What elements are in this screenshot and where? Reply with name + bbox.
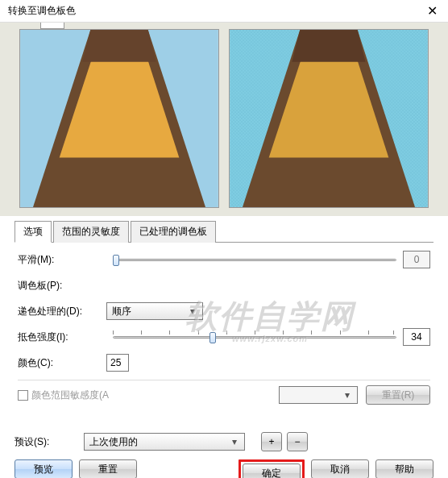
preview-area (0, 23, 448, 216)
window-title: 转换至调色板色 (8, 4, 76, 18)
close-icon[interactable]: ✕ (422, 3, 442, 19)
row-preset: 预设(S): 上次使用的 ▾ + − (15, 432, 433, 451)
row-range-sensitivity: 颜色范围敏感度(A ▾ 重置(R) (18, 385, 430, 405)
row-color: 颜色(C): 25 (18, 354, 430, 372)
ok-button[interactable]: 确定 (243, 463, 301, 478)
tab-processed[interactable]: 已处理的调色板 (131, 221, 216, 243)
value-smooth[interactable]: 0 (403, 251, 430, 268)
action-row: 预览 重置 确定 取消 帮助 (15, 459, 433, 478)
preview-original-svg (20, 30, 218, 207)
reset-range-button: 重置(R) (366, 385, 430, 405)
help-button[interactable]: 帮助 (375, 459, 433, 478)
label-palette: 调色板(P): (18, 279, 106, 293)
chevron-down-icon: ▾ (186, 306, 199, 317)
slider-intensity[interactable] (113, 330, 396, 344)
label-range-sensitivity: 颜色范围敏感度(A (31, 389, 143, 402)
tab-sensitivity[interactable]: 范围的灵敏度 (53, 221, 129, 243)
preview-original (19, 29, 219, 208)
row-intensity: 抵色强度(I): 34 (18, 328, 430, 346)
label-color: 颜色(C): (18, 356, 106, 370)
row-smooth: 平滑(M): 0 (18, 251, 430, 268)
settings-panel: 选项 范围的灵敏度 已处理的调色板 平滑(M): 0 调色板(P): 递色处理的… (0, 216, 448, 427)
label-smooth: 平滑(M): (18, 253, 106, 267)
ok-highlight: 确定 (239, 459, 305, 478)
chevron-down-icon: ▾ (341, 389, 354, 401)
preview-converted (229, 29, 429, 208)
label-dither: 递色处理的(D): (18, 305, 106, 318)
value-intensity[interactable]: 34 (403, 328, 430, 346)
row-palette: 调色板(P): (18, 276, 430, 294)
preset-add-button[interactable]: + (261, 432, 282, 451)
slider-smooth[interactable] (113, 252, 396, 267)
divider (18, 380, 430, 380)
preset-remove-button[interactable]: − (287, 432, 308, 451)
cancel-button[interactable]: 取消 (311, 459, 369, 478)
row-dither: 递色处理的(D): 顺序 ▾ (18, 302, 430, 320)
label-preset: 预设(S): (15, 435, 79, 449)
checkbox-range (18, 390, 28, 401)
svg-marker-10 (292, 30, 365, 62)
svg-marker-3 (82, 30, 156, 62)
dropdown-dither[interactable]: 顺序 ▾ (106, 302, 203, 320)
reset-button[interactable]: 重置 (79, 459, 137, 478)
input-color[interactable]: 25 (106, 354, 129, 372)
dropdown-range-color: ▾ (279, 386, 358, 404)
dropdown-dither-value: 顺序 (112, 305, 131, 318)
preview-button[interactable]: 预览 (15, 459, 73, 478)
preview-converted-svg (230, 30, 428, 207)
label-intensity: 抵色强度(I): (18, 330, 106, 344)
preview-handle[interactable] (40, 23, 64, 29)
tab-options[interactable]: 选项 (15, 221, 52, 243)
dropdown-preset-value: 上次使用的 (89, 435, 138, 449)
dropdown-preset[interactable]: 上次使用的 ▾ (84, 433, 245, 451)
tab-panel-options: 平滑(M): 0 调色板(P): 递色处理的(D): 顺序 ▾ 抵色强度(I): (15, 243, 433, 419)
titlebar: 转换至调色板色 ✕ (0, 0, 448, 23)
chevron-down-icon: ▾ (228, 436, 241, 447)
bottom-panel: 预设(S): 上次使用的 ▾ + − 预览 重置 确定 取消 帮助 (0, 427, 448, 478)
tabs: 选项 范围的灵敏度 已处理的调色板 (15, 221, 433, 243)
